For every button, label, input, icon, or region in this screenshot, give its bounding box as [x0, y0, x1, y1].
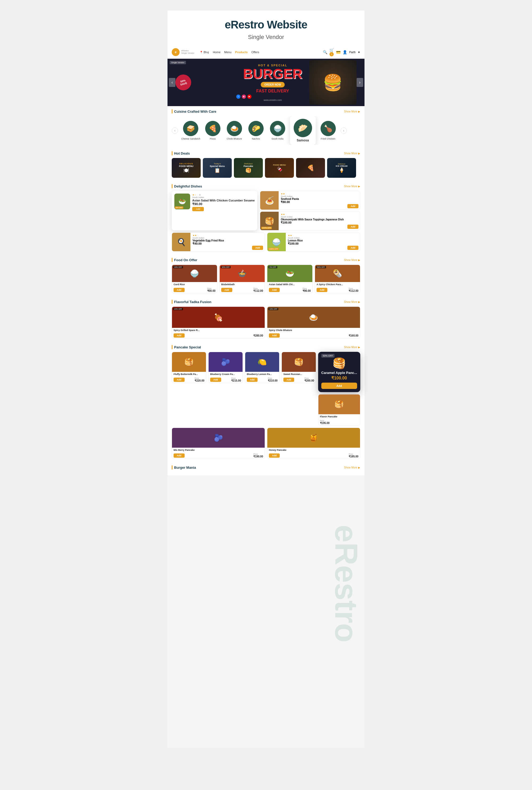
offer-curd-rice-image: 🍚 19% OFF: [172, 265, 217, 282]
nav-menu[interactable]: Menu: [224, 51, 231, 54]
hero-next-btn[interactable]: ›: [357, 78, 363, 87]
cuisine-title: Cuisine Crafted With Care: [172, 109, 216, 114]
food-on-offer-title: Food On Offer: [172, 258, 197, 262]
cuisine-section: Cuisine Crafted With Care Show More ▶ ‹ …: [168, 106, 364, 148]
pancake-mix-berry-image: 🫐: [172, 428, 265, 448]
facebook-icon[interactable]: f: [236, 95, 241, 99]
lemon-rice-add-btn[interactable]: Add: [347, 246, 358, 250]
pancake-honey: 🍯 Honey Pancake Add Price ₹185.00: [267, 428, 360, 459]
cart-container: 🛒 1: [329, 48, 334, 56]
nav-links: Home Menu Products Offers: [213, 51, 320, 54]
asian-add-btn[interactable]: Add: [192, 207, 204, 211]
cuisine-show-more[interactable]: Show More ▶: [344, 110, 360, 113]
tadka-section: Flavorful Tadka Fusion Show More ▶ 🍖 20%…: [168, 296, 364, 342]
delightful-show-more[interactable]: Show More ▶: [344, 185, 360, 188]
delightful-row2: 🍳 ★★☆ South Indian Vegetable Egg Fried R…: [172, 233, 360, 251]
pancake-blueberry-cream: 🫐 Blueberry Cream Pa... Add Price ₹215.0…: [208, 352, 243, 383]
pancake-show-more[interactable]: Show More ▶: [344, 346, 360, 349]
burger-mania-header: Burger Mania Show More ▶: [172, 465, 360, 469]
cuisine-next-btn[interactable]: ›: [341, 128, 347, 134]
hero-delivery: FAST DELIVERY: [236, 89, 309, 94]
deal-card-5[interactable]: 🍕: [296, 158, 325, 178]
okonomiyaki-add-btn[interactable]: Add: [347, 225, 358, 229]
caramel-image: 🥞: [321, 357, 357, 369]
sweet-russian-add-btn[interactable]: Add: [283, 378, 294, 382]
curd-rice-add-btn[interactable]: Add: [174, 288, 185, 292]
wallet-icon[interactable]: 💳: [336, 50, 341, 54]
caramel-off-badge: 50% OFF: [321, 354, 335, 358]
samosa-popup: 🥟 Samosa: [290, 116, 316, 145]
honey-pancake-add-btn[interactable]: Add: [269, 454, 280, 458]
asian-salad-popup: 🥗 9% OFF ★☆☆ 0 South Indian Asian Salad …: [172, 191, 257, 230]
logo[interactable]: e eRestro Single Vendor: [172, 48, 194, 56]
tadka-header: Flavorful Tadka Fusion Show More ▶: [172, 300, 360, 304]
nav-right: 🔍 🛒 1 💳 👤 Parth ▼: [323, 48, 360, 56]
seafood-add-btn[interactable]: Add: [347, 204, 358, 208]
nav-offers[interactable]: Offers: [251, 51, 259, 54]
hero-save-badge: 50% SAVE: [174, 73, 193, 92]
bisbelebath-add-btn[interactable]: Add: [221, 288, 232, 292]
spicy-chicken-add-btn[interactable]: Add: [317, 288, 328, 292]
cart-icon[interactable]: 🛒: [329, 48, 334, 52]
egg-fried-rice-add-btn[interactable]: Add: [252, 246, 263, 250]
hero-title: BURGER: [236, 67, 309, 81]
pancake-grid: 🥞 Fluffy Buttermilk Pa... Add Price ₹220…: [172, 352, 316, 383]
blueberry-lemon-add-btn[interactable]: Add: [247, 378, 258, 382]
hot-deals-header: Hot Deals Show More ▶: [172, 151, 360, 155]
user-avatar[interactable]: 👤: [343, 50, 347, 54]
food-on-offer-header: Food On Offer Show More ▶: [172, 258, 360, 262]
delightful-title: Delightful Dishes: [172, 184, 202, 188]
burger-mania-section: Burger Mania Show More ▶: [168, 462, 364, 475]
okonomiyaki-body: ★★☆ South Indian Okonomiyaki With Sauce …: [279, 212, 346, 230]
asian-salad-add-btn[interactable]: Add: [269, 288, 280, 292]
youtube-icon[interactable]: ▶: [247, 95, 251, 99]
nav-location[interactable]: 📍 Bhuj: [200, 51, 209, 54]
asian-popup-info: ★☆☆ 0 South Indian Asian Salad With Chic…: [192, 194, 255, 211]
cuisine-item-nachos[interactable]: 🌮 Nachos: [247, 121, 265, 140]
tadka-show-more[interactable]: Show More ▶: [344, 301, 360, 303]
cuisine-prev-btn[interactable]: ‹: [172, 128, 178, 134]
deal-card-6[interactable]: Delicious ICE CREAM 🍦: [327, 158, 356, 178]
mix-berry-add-btn[interactable]: Add: [174, 454, 185, 458]
chole-bhature-add-btn[interactable]: Add: [269, 333, 280, 338]
food-on-offer-show-more[interactable]: Show More ▶: [344, 258, 360, 262]
pancake-honey-image: 🍯: [267, 428, 360, 448]
page-sub-title: Single Vendor: [168, 34, 364, 41]
cuisine-item-chole-bhature[interactable]: 🍛 Chole Bhature: [225, 121, 244, 140]
user-dropdown-icon[interactable]: ▼: [358, 51, 360, 54]
cuisine-item-pizza[interactable]: 🍕 Pizza: [204, 121, 222, 140]
deal-card-4[interactable]: FOOD MENU 🍫: [265, 158, 294, 178]
offer-spicy-chicken-image: 🌯 50% OFF: [315, 265, 360, 282]
instagram-icon[interactable]: ◉: [242, 95, 246, 99]
cuisine-item-cheese-sandwich[interactable]: 🥪 Cheese Sandwich: [181, 121, 201, 140]
cuisine-icon-cheese-sandwich: 🥪: [183, 121, 198, 136]
fluffy-add-btn[interactable]: Add: [174, 378, 185, 382]
navbar: e eRestro Single Vendor 📍 Bhuj Home Menu…: [168, 46, 364, 59]
pancake-section: Pancake Special Show More ▶ 🥞 Fluffy But…: [168, 342, 364, 462]
nav-home[interactable]: Home: [213, 51, 221, 54]
deal-card-1[interactable]: DELICIOUS FOOD MENU 🍽️: [172, 158, 201, 178]
blueberry-cream-add-btn[interactable]: Add: [210, 378, 221, 382]
tadka-grid: 🍖 20% OFF Spicy Grilled Spare R... Add ₹…: [172, 307, 360, 339]
deal-card-2[interactable]: Today's Special Menu 📋: [203, 158, 232, 178]
cart-badge: 1: [329, 52, 334, 56]
pancake-fluffy: 🥞 Fluffy Buttermilk Pa... Add Price ₹220…: [172, 352, 206, 383]
logo-text: eRestro Single Vendor: [181, 50, 194, 55]
burger-mania-show-more[interactable]: Show More ▶: [344, 466, 360, 469]
tadka-chole-bhature: 🍛 19% OFF Spicy Chole Bhature Add ₹160.0…: [267, 307, 360, 339]
search-icon[interactable]: 🔍: [323, 50, 327, 54]
hot-deals-show-more[interactable]: Show More ▶: [344, 152, 360, 155]
offer-bisbelebath: 🍲 30% OFF Bisbelebath Add Price ₹112.00: [220, 265, 265, 293]
cuisine-row: ‹ 🥪 Cheese Sandwich 🍕 Pizza 🍛 Chole Bhat…: [172, 116, 360, 145]
caramel-add-btn[interactable]: Add: [321, 383, 357, 389]
hero-order-btn[interactable]: ORDER NOW: [261, 82, 285, 88]
spicy-grilled-add-btn[interactable]: Add: [174, 333, 185, 338]
tadka-spicy-grilled-image: 🍖 20% OFF: [172, 307, 265, 328]
location-icon: 📍: [200, 51, 203, 54]
deal-card-3[interactable]: Delicious Pancake 🥞: [234, 158, 263, 178]
pancake-title: Pancake Special: [172, 345, 201, 349]
nav-products[interactable]: Products: [235, 51, 248, 54]
cuisine-item-fried-chicken[interactable]: 🍗 Fried Chicken: [319, 121, 337, 140]
hero-banner: Single Vendor ‹ 50% SAVE HOT & SPECIAL B…: [168, 59, 364, 106]
cuisine-item-south-india[interactable]: 🍚 South India: [268, 121, 287, 140]
